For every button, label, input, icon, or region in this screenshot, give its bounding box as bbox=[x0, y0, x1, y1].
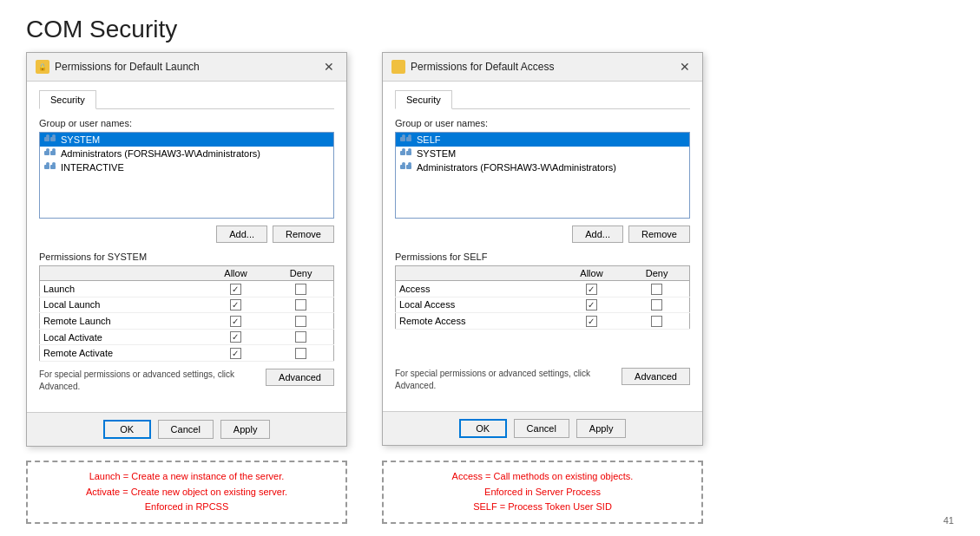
user-list-access[interactable]: SELF SYSTEM Administrators (FORSHAW3-W\A… bbox=[395, 132, 690, 219]
apply-button-launch[interactable]: Apply bbox=[220, 420, 271, 439]
perm-col-allow-access: Allow bbox=[559, 266, 624, 281]
cancel-button-access[interactable]: Cancel bbox=[514, 419, 569, 438]
user-item-self[interactable]: SELF bbox=[396, 133, 689, 147]
dialog-access: Permissions for Default Access ✕ Securit… bbox=[382, 52, 703, 446]
user-item-interactive[interactable]: INTERACTIVE bbox=[40, 160, 333, 174]
tab-security-launch[interactable]: Security bbox=[39, 90, 96, 109]
checkbox-local-launch-deny[interactable] bbox=[295, 299, 306, 310]
note-launch-text: Launch = Create a new instance of the se… bbox=[86, 471, 287, 512]
table-row: Remote Activate bbox=[40, 345, 334, 362]
checkbox-remote-launch-deny[interactable] bbox=[295, 316, 306, 327]
user-name-admins-access: Administrators (FORSHAW3-W\Administrator… bbox=[417, 162, 616, 173]
advanced-button-access[interactable]: Advanced bbox=[622, 368, 690, 385]
svg-rect-16 bbox=[402, 134, 405, 138]
advanced-button-launch[interactable]: Advanced bbox=[266, 369, 334, 386]
checkbox-remote-activate-deny[interactable] bbox=[295, 348, 306, 359]
permissions-table-access: Allow Deny Access Local Access bbox=[395, 265, 690, 330]
user-name-self: SELF bbox=[417, 134, 441, 145]
svg-rect-26 bbox=[408, 162, 411, 166]
group-label-launch: Group or user names: bbox=[39, 118, 334, 128]
checkbox-remote-launch-allow[interactable] bbox=[230, 316, 241, 327]
user-list-launch[interactable]: SYSTEM Administrators (FORSHAW3-W\Admini… bbox=[39, 132, 334, 219]
add-button-access[interactable]: Add... bbox=[572, 226, 623, 243]
user-name-system-access: SYSTEM bbox=[417, 148, 456, 159]
checkbox-local-activate-allow[interactable] bbox=[230, 331, 241, 343]
dialog-access-tab-bar: Security bbox=[395, 90, 690, 109]
svg-rect-2 bbox=[44, 137, 49, 141]
dialog-access-footer: OK Cancel Apply bbox=[383, 411, 702, 445]
perm-name-access: Access bbox=[396, 281, 559, 297]
apply-button-access[interactable]: Apply bbox=[576, 419, 627, 438]
dialog-launch-footer: OK Cancel Apply bbox=[27, 412, 346, 446]
user-item-administrators[interactable]: Administrators (FORSHAW3-W\Administrator… bbox=[40, 147, 333, 160]
user-item-admins-access[interactable]: Administrators (FORSHAW3-W\Administrator… bbox=[396, 160, 689, 174]
svg-rect-5 bbox=[52, 134, 56, 138]
checkbox-access-allow[interactable] bbox=[586, 284, 597, 295]
perm-col-deny-launch: Deny bbox=[268, 266, 333, 281]
checkbox-launch-deny[interactable] bbox=[295, 284, 306, 295]
table-row: Remote Access bbox=[396, 313, 690, 330]
dialog-launch-body: Security Group or user names: SYSTEM Adm… bbox=[27, 82, 346, 412]
checkbox-local-access-allow[interactable] bbox=[586, 299, 597, 310]
user-icon-administrators bbox=[43, 148, 57, 159]
table-row: Launch bbox=[40, 281, 334, 297]
svg-rect-13 bbox=[52, 162, 56, 166]
checkbox-local-launch-allow[interactable] bbox=[230, 299, 241, 310]
ok-button-launch[interactable]: OK bbox=[103, 420, 151, 439]
svg-rect-9 bbox=[52, 148, 56, 152]
advanced-text-access: For special permissions or advanced sett… bbox=[395, 368, 613, 392]
svg-rect-3 bbox=[46, 134, 49, 138]
add-button-launch[interactable]: Add... bbox=[216, 226, 267, 243]
remove-button-launch[interactable]: Remove bbox=[273, 226, 334, 243]
advanced-text-launch: For special permissions or advanced sett… bbox=[39, 369, 257, 393]
dialog-access-body: Security Group or user names: SELF SYSTE… bbox=[383, 82, 702, 411]
checkbox-launch-allow[interactable] bbox=[230, 284, 241, 295]
page-number: 41 bbox=[944, 515, 954, 526]
user-icon-system-access bbox=[399, 148, 413, 159]
perm-col-name-access bbox=[396, 266, 559, 281]
checkbox-local-activate-deny[interactable] bbox=[295, 331, 306, 343]
perm-name-remote-access: Remote Access bbox=[396, 313, 559, 330]
checkbox-local-access-deny[interactable] bbox=[651, 299, 662, 310]
user-item-system-access[interactable]: SYSTEM bbox=[396, 147, 689, 160]
remove-button-access[interactable]: Remove bbox=[628, 226, 690, 243]
table-row: Remote Launch bbox=[40, 313, 334, 330]
table-row: Local Launch bbox=[40, 297, 334, 313]
dialog-access-close-button[interactable]: ✕ bbox=[676, 58, 694, 75]
perm-name-local-launch: Local Launch bbox=[40, 297, 203, 313]
user-item-system[interactable]: SYSTEM bbox=[40, 133, 333, 147]
dialog-launch-tab-bar: Security bbox=[39, 90, 334, 109]
svg-rect-21 bbox=[406, 151, 411, 155]
svg-rect-25 bbox=[406, 165, 411, 169]
page-title: COM Security bbox=[0, 0, 980, 52]
note-launch: Launch = Create a new instance of the se… bbox=[26, 461, 347, 524]
user-name-interactive: INTERACTIVE bbox=[61, 162, 124, 173]
perm-name-local-access: Local Access bbox=[396, 297, 559, 313]
checkbox-remote-access-allow[interactable] bbox=[586, 316, 597, 327]
user-name-system: SYSTEM bbox=[61, 134, 100, 145]
svg-rect-23 bbox=[400, 165, 405, 169]
svg-rect-6 bbox=[44, 151, 49, 155]
tab-security-access[interactable]: Security bbox=[395, 90, 452, 109]
svg-rect-14 bbox=[394, 62, 403, 71]
svg-rect-20 bbox=[402, 148, 405, 152]
ok-button-access[interactable]: OK bbox=[459, 419, 507, 438]
cancel-button-launch[interactable]: Cancel bbox=[158, 420, 214, 439]
svg-rect-7 bbox=[46, 148, 49, 152]
table-row: Local Access bbox=[396, 297, 690, 313]
perm-name-remote-activate: Remote Activate bbox=[40, 345, 203, 362]
user-icon-admins-access bbox=[399, 162, 413, 173]
svg-rect-15 bbox=[400, 137, 405, 141]
dialog-launch: 🔒 Permissions for Default Launch ✕ Secur… bbox=[26, 52, 347, 447]
svg-text:🔒: 🔒 bbox=[38, 62, 47, 71]
svg-rect-18 bbox=[408, 134, 411, 138]
checkbox-remote-activate-allow[interactable] bbox=[230, 348, 241, 359]
user-icon-self bbox=[399, 134, 413, 145]
dialog-launch-title: Permissions for Default Launch bbox=[55, 61, 200, 73]
perm-name-launch: Launch bbox=[40, 281, 203, 297]
checkbox-remote-access-deny[interactable] bbox=[651, 316, 662, 327]
user-btn-row-access: Add... Remove bbox=[395, 226, 690, 243]
checkbox-access-deny[interactable] bbox=[651, 284, 662, 295]
permissions-table-launch: Allow Deny Launch Local Launch bbox=[39, 265, 334, 362]
dialog-launch-close-button[interactable]: ✕ bbox=[320, 58, 338, 75]
